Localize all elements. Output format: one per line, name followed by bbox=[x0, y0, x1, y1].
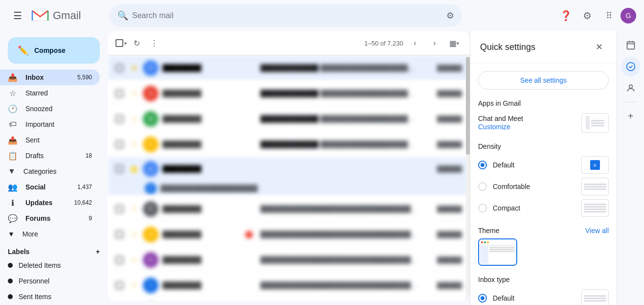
email-row[interactable]: ☆ B ████████ ████████████ ██████████████… bbox=[108, 106, 470, 132]
email-date: ██████ bbox=[423, 165, 462, 172]
theme-preview[interactable] bbox=[478, 238, 517, 266]
view-options-button[interactable]: ▦ ▾ bbox=[446, 35, 462, 51]
quick-settings-close-button[interactable]: ✕ bbox=[591, 39, 607, 55]
sidebar-item-social[interactable]: 👥 Social 1,437 bbox=[0, 179, 100, 195]
inbox-default-label: Default bbox=[493, 294, 514, 302]
hamburger-icon: ☰ bbox=[13, 10, 22, 22]
email-subject: ████████████████████████████████████████… bbox=[260, 282, 419, 289]
more-nav-button[interactable]: ▼ More bbox=[0, 226, 100, 242]
prev-icon: ‹ bbox=[414, 39, 416, 47]
email-subject: ████████████ ███████████████████████████… bbox=[260, 90, 419, 97]
compose-button[interactable]: ✏️ Compose bbox=[8, 37, 100, 64]
email-star[interactable]: ☆ bbox=[129, 255, 139, 264]
sidebar-item-drafts[interactable]: 📋 Drafts 18 bbox=[0, 148, 100, 164]
email-checkbox[interactable] bbox=[115, 165, 125, 173]
categories-header[interactable]: ▼ Categories bbox=[0, 164, 108, 179]
theme-view-all-link[interactable]: View all bbox=[585, 227, 609, 235]
email-checkbox[interactable] bbox=[115, 115, 125, 123]
email-star[interactable]: ⭐ bbox=[129, 164, 139, 174]
email-star[interactable]: ☆ bbox=[129, 114, 139, 123]
see-all-settings-button[interactable]: See all settings bbox=[478, 71, 609, 90]
labels-add-icon[interactable]: + bbox=[96, 248, 100, 256]
hamburger-menu-button[interactable]: ☰ bbox=[8, 6, 27, 25]
email-row[interactable]: ☆ G ████████ 🔴 █████████████████████████… bbox=[108, 222, 470, 247]
social-icon: 👥 bbox=[8, 183, 18, 192]
social-label: Social bbox=[25, 183, 69, 191]
quick-settings-body: See all settings Apps in Gmail Chat and … bbox=[470, 63, 617, 305]
svg-point-4 bbox=[626, 63, 635, 71]
label-deleted-items[interactable]: Deleted Items bbox=[8, 258, 100, 273]
select-all-chevron-icon[interactable]: ▾ bbox=[124, 41, 127, 46]
select-all-area[interactable]: ▾ bbox=[115, 39, 127, 47]
strip-calendar-button[interactable] bbox=[621, 35, 641, 55]
email-row[interactable]: ☆ A ████████ ████████████ ██████████████… bbox=[108, 81, 470, 106]
help-button[interactable]: ❓ bbox=[556, 6, 575, 25]
email-row[interactable]: ☆ C ████████ ████████████ ██████████████… bbox=[108, 132, 470, 157]
select-all-checkbox[interactable] bbox=[115, 39, 123, 47]
email-row[interactable]: ⭐ J ████████ ███████████████████████████… bbox=[108, 298, 470, 301]
sidebar-item-starred[interactable]: ☆ Starred bbox=[0, 85, 100, 101]
chat-meet-customize-link[interactable]: Customize bbox=[478, 123, 510, 131]
email-star[interactable]: ☆ bbox=[129, 63, 139, 72]
scrollbar[interactable] bbox=[466, 57, 470, 301]
email-row[interactable]: ☆ F ████████ ███████████████████████████… bbox=[108, 196, 470, 222]
density-compact-radio[interactable] bbox=[478, 204, 487, 212]
label-personnel[interactable]: Personnel bbox=[8, 273, 100, 289]
email-row[interactable]: ☆ H ████████ ███████████████████████████… bbox=[108, 247, 470, 273]
email-star[interactable]: ☆ bbox=[129, 204, 139, 213]
email-star[interactable]: ☆ bbox=[129, 230, 139, 239]
inbox-default-radio[interactable] bbox=[478, 294, 487, 303]
email-checkbox[interactable] bbox=[115, 282, 125, 289]
email-checkbox[interactable] bbox=[115, 90, 125, 97]
refresh-button[interactable]: ↻ bbox=[129, 35, 144, 51]
settings-button[interactable]: ⚙ bbox=[577, 6, 597, 25]
topbar-right: ❓ ⚙ ⠿ G bbox=[556, 6, 636, 25]
email-star[interactable]: ☆ bbox=[129, 281, 139, 290]
sidebar-item-important[interactable]: 🏷 Important bbox=[0, 117, 100, 132]
email-row[interactable]: ☆ I ████████ ███████████████████████████… bbox=[108, 273, 470, 298]
strip-divider bbox=[625, 102, 637, 102]
sidebar-item-forums[interactable]: 💬 Forums 9 bbox=[0, 211, 100, 226]
density-default-option[interactable]: Default ≡ bbox=[478, 156, 609, 174]
search-input[interactable] bbox=[132, 11, 442, 20]
search-options-icon[interactable]: ⚙ bbox=[446, 10, 454, 21]
sidebar-item-updates[interactable]: ℹ Updates 10,642 bbox=[0, 195, 100, 211]
strip-add-button[interactable]: + bbox=[621, 106, 641, 126]
sidebar-item-sent[interactable]: 📤 Sent bbox=[0, 132, 100, 148]
avatar[interactable]: G bbox=[621, 8, 636, 23]
density-comfortable-option[interactable]: Comfortable bbox=[478, 178, 609, 195]
inbox-default-option[interactable]: Default bbox=[478, 289, 609, 305]
scrollbar-thumb[interactable] bbox=[466, 57, 470, 155]
avatar: P bbox=[143, 60, 159, 76]
avatar: I bbox=[143, 278, 159, 293]
right-icon-strip: + bbox=[617, 31, 644, 305]
forums-count: 9 bbox=[89, 215, 92, 222]
next-page-button[interactable]: › bbox=[427, 35, 442, 51]
density-comfortable-left: Comfortable bbox=[478, 182, 530, 191]
theme-title: Theme bbox=[478, 227, 500, 235]
density-default-radio[interactable] bbox=[478, 161, 487, 169]
avatar: H bbox=[143, 252, 159, 268]
strip-tasks-button[interactable] bbox=[621, 57, 641, 76]
density-compact-option[interactable]: Compact bbox=[478, 199, 609, 217]
label-sent-items[interactable]: Sent Items bbox=[8, 289, 100, 305]
email-checkbox[interactable] bbox=[115, 141, 125, 148]
email-checkbox[interactable] bbox=[115, 256, 125, 264]
email-star[interactable]: ☆ bbox=[129, 89, 139, 98]
theme-header: Theme View all bbox=[478, 227, 609, 235]
email-star[interactable]: ☆ bbox=[129, 140, 139, 149]
updates-icon: ℹ bbox=[8, 198, 18, 208]
apps-button[interactable]: ⠿ bbox=[599, 6, 619, 25]
email-checkbox[interactable] bbox=[115, 64, 125, 72]
more-toolbar-button[interactable]: ⋮ bbox=[146, 35, 162, 51]
email-row[interactable]: ⭐ D ████████ ██████ E ██████████████████… bbox=[108, 157, 470, 196]
labels-header[interactable]: Labels + bbox=[8, 246, 100, 258]
prev-page-button[interactable]: ‹ bbox=[407, 35, 423, 51]
email-checkbox[interactable] bbox=[115, 205, 125, 213]
email-row[interactable]: ☆ P ████████ ████████████ ██████████████… bbox=[108, 55, 470, 81]
sidebar-item-inbox[interactable]: 📥 Inbox 5,590 bbox=[0, 70, 100, 85]
sidebar-item-snoozed[interactable]: 🕐 Snoozed bbox=[0, 101, 100, 117]
strip-contacts-button[interactable] bbox=[621, 78, 641, 98]
density-comfortable-radio[interactable] bbox=[478, 182, 487, 191]
email-checkbox[interactable] bbox=[115, 231, 125, 238]
